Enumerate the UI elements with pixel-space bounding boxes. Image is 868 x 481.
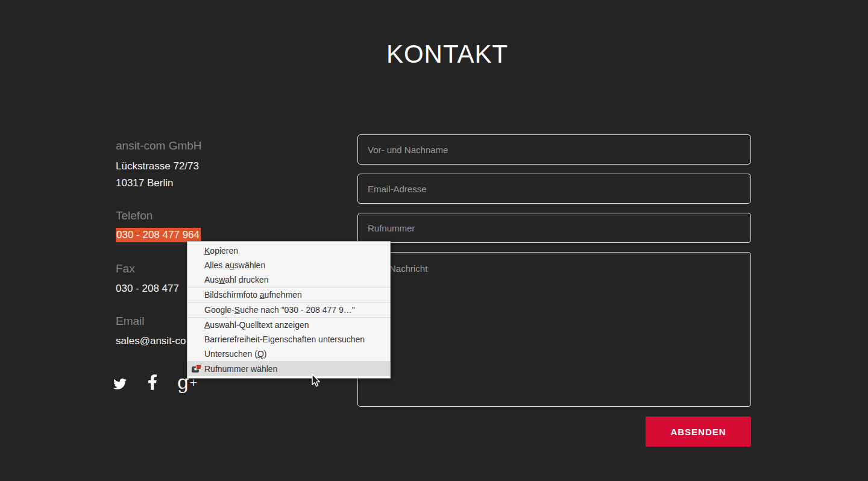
menu-item-label: Bildschirmfoto aufnehmen <box>204 290 302 300</box>
phone-value[interactable]: 030 - 208 477 964 <box>116 229 201 241</box>
absenden-button[interactable]: ABSENDEN <box>646 417 751 447</box>
kontakt-page: KONTAKT ansit-com GmbH Lückstrasse 72/73… <box>0 0 868 481</box>
context-menu: KopierenAlles auswählenAuswahl druckenBi… <box>187 241 391 379</box>
menu-item-barrierefreiheit-eigenschaften-untersuchen[interactable]: Barrierefreiheit-Eigenschaften untersuch… <box>187 332 390 347</box>
address-street: Lückstrasse 72/73 <box>116 160 199 172</box>
menu-item-label: Google-Suche nach "030 - 208 477 9…" <box>204 305 355 315</box>
menu-item-auswahl-drucken[interactable]: Auswahl drucken <box>187 272 390 287</box>
address-city: 10317 Berlin <box>116 177 173 189</box>
twitter-icon[interactable] <box>112 377 128 391</box>
menu-item-label: Auswahl-Quelltext anzeigen <box>204 320 309 330</box>
email-label: Email <box>116 315 145 328</box>
menu-item-label: Auswahl drucken <box>204 275 269 285</box>
phone-dialer-favicon-icon: ★ <box>192 364 201 374</box>
email-input[interactable] <box>357 174 751 204</box>
menu-item-google-suche-nach-030-208-477-9[interactable]: Google-Suche nach "030 - 208 477 9…" <box>187 303 390 317</box>
menu-item-rufnummer-wählen[interactable]: ★Rufnummer wählen <box>187 362 390 376</box>
menu-item-auswahl-quelltext-anzeigen[interactable]: Auswahl-Quelltext anzeigen <box>187 318 390 332</box>
menu-item-kopieren[interactable]: Kopieren <box>187 244 390 258</box>
fax-label: Fax <box>116 262 135 275</box>
selected-text: 030 - 208 477 964 <box>116 228 201 242</box>
menu-item-alles-auswählen[interactable]: Alles auswählen <box>187 258 390 272</box>
facebook-icon[interactable] <box>148 374 157 391</box>
email-value[interactable]: sales@ansit-co <box>116 335 186 347</box>
fax-value: 030 - 208 477 <box>116 283 179 295</box>
menu-item-untersuchen-q[interactable]: Untersuchen (Q) <box>187 347 390 361</box>
company-name: ansit-com GmbH <box>116 139 202 152</box>
name-input[interactable] <box>357 134 751 165</box>
page-title: KONTAKT <box>386 40 508 69</box>
menu-item-label: Rufnummer wählen <box>204 364 277 374</box>
menu-item-label: Barrierefreiheit-Eigenschaften untersuch… <box>204 335 365 344</box>
message-textarea[interactable] <box>357 252 751 407</box>
menu-item-bildschirmfoto-aufnehmen[interactable]: Bildschirmfoto aufnehmen <box>187 288 390 302</box>
phone-input[interactable] <box>357 213 751 243</box>
phone-label: Telefon <box>116 209 153 222</box>
menu-item-label: Alles auswählen <box>204 260 265 270</box>
menu-item-label: Kopieren <box>204 246 238 256</box>
social-links: g+ <box>112 374 198 391</box>
menu-item-label: Untersuchen (Q) <box>204 349 267 359</box>
